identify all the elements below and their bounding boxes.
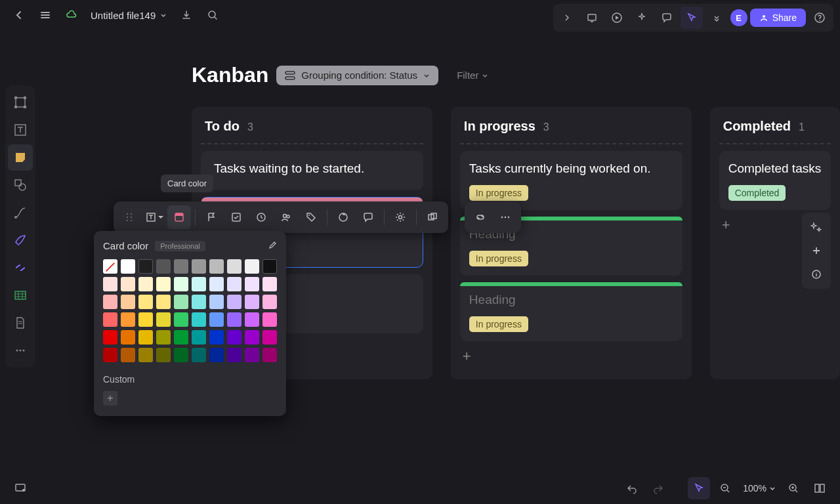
color-swatch[interactable] [103, 259, 117, 274]
color-swatch[interactable] [192, 295, 206, 309]
color-swatch[interactable] [209, 312, 224, 327]
color-swatch[interactable] [227, 330, 242, 345]
link-action-button[interactable] [469, 205, 492, 229]
color-swatch[interactable] [262, 312, 277, 327]
color-swatch[interactable] [138, 259, 153, 274]
color-swatch[interactable] [174, 295, 188, 309]
redo-button[interactable] [647, 477, 669, 499]
chat-button[interactable] [356, 205, 380, 229]
color-swatch[interactable] [245, 330, 259, 345]
color-swatch[interactable] [138, 348, 153, 362]
color-swatch[interactable] [245, 259, 259, 274]
card[interactable]: Heading In progress [460, 282, 682, 341]
shape-tool[interactable] [8, 172, 33, 198]
zoom-out-button[interactable] [714, 477, 736, 499]
zoom-in-button[interactable] [782, 477, 805, 499]
color-swatch[interactable] [245, 295, 259, 309]
add-custom-color[interactable]: + [103, 391, 117, 406]
color-swatch[interactable] [209, 277, 224, 291]
download-button[interactable] [175, 4, 198, 26]
text-style-button[interactable] [142, 205, 166, 229]
color-swatch[interactable] [138, 330, 153, 345]
more-tools[interactable] [8, 337, 33, 364]
color-swatch[interactable] [121, 259, 135, 274]
color-swatch[interactable] [192, 312, 206, 327]
color-swatch[interactable] [103, 295, 117, 309]
color-swatch[interactable] [209, 259, 224, 274]
text-tool[interactable] [8, 117, 33, 143]
color-swatch[interactable] [262, 295, 277, 309]
color-swatch[interactable] [262, 330, 277, 345]
color-swatch[interactable] [209, 330, 224, 345]
back-button[interactable] [8, 4, 30, 26]
color-swatch[interactable] [262, 348, 277, 362]
color-swatch[interactable] [192, 348, 206, 362]
minimap-button[interactable] [808, 477, 831, 499]
color-swatch[interactable] [174, 277, 188, 291]
duplicate-button[interactable] [421, 205, 444, 229]
connector-tool[interactable] [8, 200, 33, 226]
color-swatch[interactable] [174, 259, 188, 274]
color-swatch[interactable] [227, 277, 242, 291]
collapse-button[interactable] [556, 7, 578, 29]
assignee-button[interactable] [274, 205, 298, 229]
more-actions-button[interactable] [494, 205, 517, 229]
card[interactable]: Completed tasks Completed [719, 151, 831, 210]
checkbox-button[interactable] [224, 205, 248, 229]
comment-button[interactable] [656, 7, 678, 29]
color-swatch[interactable] [262, 259, 277, 274]
color-swatch[interactable] [227, 295, 242, 309]
color-swatch[interactable] [174, 330, 188, 345]
cloud-sync-icon[interactable] [60, 4, 83, 26]
select-mode-button[interactable] [688, 477, 710, 499]
pen-tool[interactable] [8, 227, 33, 253]
link-tool[interactable] [8, 255, 33, 281]
search-button[interactable] [201, 4, 224, 26]
color-swatch[interactable] [121, 330, 135, 345]
layers-button[interactable] [9, 477, 32, 499]
sticky-note-tool[interactable] [8, 144, 33, 171]
table-tool[interactable] [8, 282, 33, 308]
undo-button[interactable] [621, 477, 643, 499]
info-button[interactable] [807, 265, 826, 284]
color-swatch[interactable] [138, 277, 153, 291]
frame-tool[interactable] [8, 89, 33, 116]
color-swatch[interactable] [103, 312, 117, 327]
ai-assist-button[interactable] [807, 218, 826, 236]
help-button[interactable] [808, 7, 831, 29]
color-swatch[interactable] [209, 348, 224, 362]
more-dropdown[interactable] [705, 7, 728, 29]
color-swatch[interactable] [245, 312, 259, 327]
pointer-tool[interactable] [681, 7, 703, 29]
color-swatch[interactable] [156, 277, 171, 291]
flag-button[interactable] [200, 205, 223, 229]
color-swatch[interactable] [138, 312, 153, 327]
tag-button[interactable] [299, 205, 323, 229]
add-card-button[interactable]: + [463, 348, 680, 365]
file-name[interactable]: Untitled file149 [87, 10, 171, 21]
color-swatch[interactable] [245, 277, 259, 291]
color-swatch[interactable] [156, 348, 171, 362]
document-tool[interactable] [8, 310, 33, 336]
color-swatch[interactable] [103, 348, 117, 362]
user-avatar[interactable]: E [730, 9, 747, 26]
color-swatch[interactable] [121, 348, 135, 362]
color-swatch[interactable] [192, 330, 206, 345]
add-button[interactable] [807, 242, 826, 260]
color-swatch[interactable] [156, 312, 171, 327]
drag-handle[interactable] [117, 205, 141, 229]
color-swatch[interactable] [192, 259, 206, 274]
filter-button[interactable]: Filter [457, 70, 489, 81]
color-swatch[interactable] [192, 277, 206, 291]
color-swatch[interactable] [121, 295, 135, 309]
color-swatch[interactable] [103, 330, 117, 345]
sparkle-button[interactable] [631, 7, 653, 29]
color-swatch[interactable] [262, 277, 277, 291]
color-swatch[interactable] [121, 277, 135, 291]
settings-button[interactable] [388, 205, 412, 229]
refresh-button[interactable] [331, 205, 355, 229]
card-color-button[interactable] [167, 205, 191, 229]
color-swatch[interactable] [174, 348, 188, 362]
color-swatch[interactable] [227, 259, 242, 274]
grouping-chip[interactable]: Grouping condition: Status [276, 66, 438, 85]
